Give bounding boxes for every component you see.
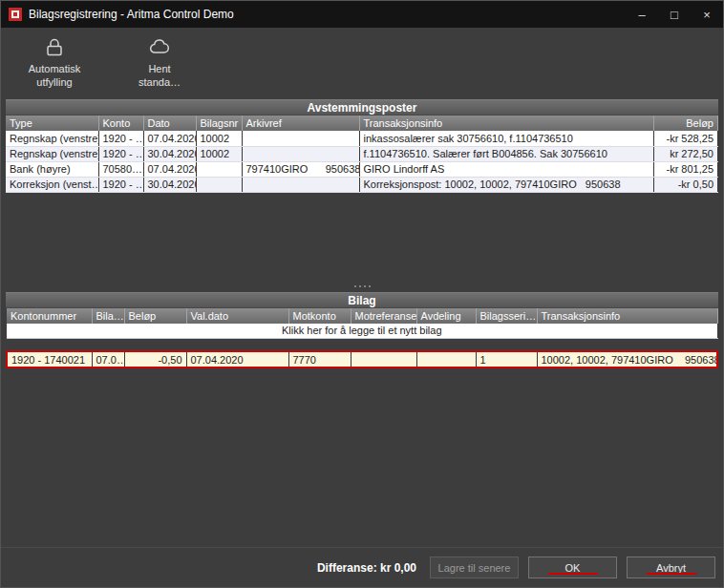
bilag-table: Kontonummer Bila… Beløp Val.dato Motkont… bbox=[6, 308, 718, 368]
cell-konto: 1920 - … bbox=[98, 131, 143, 146]
column-header-valdato[interactable]: Val.dato bbox=[186, 308, 288, 324]
cell-transaksjonsinfo: inkassosalærer sak 30756610, f.110473651… bbox=[359, 131, 653, 146]
minimize-button[interactable]: – bbox=[626, 1, 658, 28]
cell-konto: 1920 - … bbox=[98, 146, 143, 161]
cancel-button[interactable]: Avbryt bbox=[627, 556, 715, 578]
title-bar: Bilagsregistrering - Aritma Control Demo… bbox=[1, 1, 723, 28]
column-header-belop[interactable]: Beløp bbox=[124, 308, 186, 324]
column-header-bilagsnr[interactable]: Bila… bbox=[92, 308, 124, 324]
cell-bilagsnr bbox=[196, 177, 242, 192]
fetch-standard-button[interactable]: Hent standa… bbox=[119, 32, 200, 90]
cell-bilagsserie: 1 bbox=[476, 351, 537, 368]
cell-transaksjonsinfo: f.1104736510. Salærer ført B004856. Sak … bbox=[359, 146, 653, 161]
table-row[interactable]: Bank (høyre) 70580… 07.04.2020 797410GIR… bbox=[6, 161, 718, 177]
cell-belop: -kr 0,50 bbox=[653, 177, 718, 192]
avstemmingsposter-header-row: Type Konto Dato Bilagsnr Arkivref Transa… bbox=[6, 116, 718, 131]
cell-arkivref bbox=[242, 177, 359, 192]
cell-belop: -kr 528,25 bbox=[653, 131, 718, 146]
fetch-standard-label: Hent standa… bbox=[127, 62, 192, 90]
cell-bilagsnr: 10002 bbox=[196, 131, 242, 146]
column-header-motreferanse[interactable]: Motreferanse bbox=[351, 308, 416, 324]
table-row[interactable]: Regnskap (venstre) 1920 - … 30.04.2020 1… bbox=[6, 146, 718, 161]
column-header-dato[interactable]: Dato bbox=[143, 116, 196, 131]
cell-dato: 07.04.2020 bbox=[143, 131, 196, 146]
table-row[interactable]: Korreksjon (venst… 1920 - … 30.04.2020 K… bbox=[6, 177, 718, 192]
red-underline bbox=[647, 573, 696, 575]
maximize-button[interactable]: □ bbox=[658, 1, 691, 28]
cell-motkonto: 7770 bbox=[288, 351, 351, 368]
cell-konto: 70580… bbox=[98, 161, 143, 177]
cell-kontonummer: 1920 - 1740021 bbox=[7, 351, 92, 368]
column-header-belop[interactable]: Beløp bbox=[653, 116, 718, 131]
column-header-bilagsnr[interactable]: Bilagsnr bbox=[196, 116, 242, 131]
avstemmingsposter-header: Avstemmingsposter bbox=[6, 99, 718, 116]
avstemmingsposter-section: Avstemmingsposter Type Konto Dato Bilags… bbox=[6, 99, 718, 281]
add-bilag-row[interactable]: Klikk her for å legge til et nytt bilag bbox=[7, 324, 717, 338]
cell-type: Regnskap (venstre) bbox=[6, 146, 98, 161]
column-header-type[interactable]: Type bbox=[6, 116, 98, 131]
cell-transaksjonsinfo: GIRO Lindorff AS bbox=[359, 161, 653, 177]
selected-bilag-row[interactable]: 1920 - 1740021 07.0… -0,50 07.04.2020 77… bbox=[7, 351, 717, 368]
cell-belop: kr 272,50 bbox=[653, 146, 718, 161]
grip-dot-icon bbox=[369, 285, 371, 287]
lock-icon bbox=[42, 36, 67, 59]
auto-fill-label: Automatisk utfylling bbox=[22, 62, 87, 90]
cell-valdato: 07.04.2020 bbox=[186, 351, 288, 368]
cell-belop: -kr 801,25 bbox=[653, 161, 718, 177]
bilag-header-row: Kontonummer Bila… Beløp Val.dato Motkont… bbox=[7, 308, 717, 324]
add-bilag-label[interactable]: Klikk her for å legge til et nytt bilag bbox=[7, 324, 717, 338]
cell-type: Regnskap (venstre) bbox=[6, 131, 98, 146]
cloud-icon bbox=[147, 36, 172, 59]
bilag-header: Bilag bbox=[6, 292, 718, 308]
table-row[interactable]: Regnskap (venstre) 1920 - … 07.04.2020 1… bbox=[6, 131, 718, 146]
cell-arkivref bbox=[242, 146, 359, 161]
footer-bar: Differanse: kr 0,00 Lagre til senere OK … bbox=[1, 547, 723, 587]
grip-dot-icon bbox=[359, 285, 361, 287]
app-icon bbox=[9, 8, 22, 21]
cell-transaksjonsinfo: 10002, 10002, 797410GIRO 950638 bbox=[537, 351, 717, 368]
cell-bilagsnr: 07.0… bbox=[92, 351, 124, 368]
cell-bilagsnr: 10002 bbox=[196, 146, 242, 161]
cell-arkivref: 797410GIRO 950638 bbox=[242, 161, 359, 177]
cell-motreferanse bbox=[351, 351, 416, 368]
cell-konto: 1920 - … bbox=[98, 177, 143, 192]
cell-arkivref bbox=[242, 131, 359, 146]
save-later-button[interactable]: Lagre til senere bbox=[430, 556, 519, 578]
cell-type: Bank (høyre) bbox=[6, 161, 98, 177]
grip-dot-icon bbox=[354, 285, 356, 287]
cell-bilagsnr bbox=[196, 161, 242, 177]
grip-dot-icon bbox=[364, 285, 366, 287]
column-header-avdeling[interactable]: Avdeling bbox=[416, 308, 476, 324]
auto-fill-button[interactable]: Automatisk utfylling bbox=[14, 32, 95, 90]
cell-dato: 07.04.2020 bbox=[143, 161, 196, 177]
window-title: Bilagsregistrering - Aritma Control Demo bbox=[29, 8, 234, 21]
spacer-row bbox=[7, 338, 717, 351]
splitter[interactable] bbox=[1, 281, 723, 292]
ok-button-label: OK bbox=[565, 562, 581, 574]
window-controls: – □ × bbox=[626, 1, 723, 28]
column-header-motkonto[interactable]: Motkonto bbox=[288, 308, 351, 324]
column-header-arkivref[interactable]: Arkivref bbox=[242, 116, 359, 131]
ok-button[interactable]: OK bbox=[528, 556, 617, 578]
toolbar: Automatisk utfylling Hent standa… bbox=[1, 28, 723, 99]
column-header-kontonummer[interactable]: Kontonummer bbox=[7, 308, 92, 324]
bilag-section: Bilag Kontonummer Bila… Beløp Val.dato M… bbox=[6, 292, 718, 549]
column-header-bilagsserie[interactable]: Bilagsseri… bbox=[476, 308, 537, 324]
cell-belop: -0,50 bbox=[124, 351, 186, 368]
cell-dato: 30.04.2020 bbox=[143, 177, 196, 192]
close-button[interactable]: × bbox=[691, 1, 723, 28]
cell-avdeling bbox=[416, 351, 476, 368]
differanse-label: Differanse: kr 0,00 bbox=[317, 561, 416, 575]
cancel-button-label: Avbryt bbox=[656, 562, 686, 574]
red-underline bbox=[548, 573, 598, 575]
cell-dato: 30.04.2020 bbox=[143, 146, 196, 161]
column-header-konto[interactable]: Konto bbox=[98, 116, 143, 131]
avstemmingsposter-table: Type Konto Dato Bilagsnr Arkivref Transa… bbox=[6, 116, 718, 193]
cell-type: Korreksjon (venst… bbox=[6, 177, 98, 192]
column-header-transaksjonsinfo[interactable]: Transaksjonsinfo bbox=[537, 308, 717, 324]
window: { "window": { "title": "Bilagsregistreri… bbox=[0, 0, 724, 588]
cell-transaksjonsinfo: Korreksjonspost: 10002, 10002, 797410GIR… bbox=[359, 177, 653, 192]
column-header-transaksjonsinfo[interactable]: Transaksjonsinfo bbox=[359, 116, 653, 131]
